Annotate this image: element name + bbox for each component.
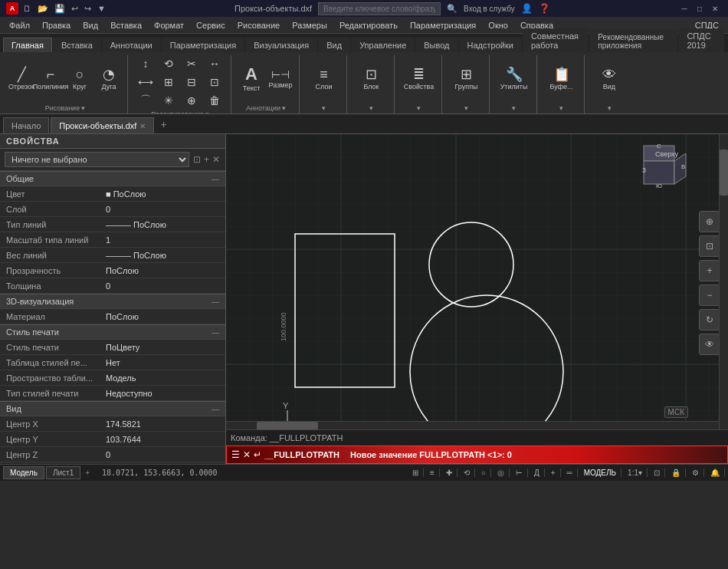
status-otrack[interactable]: ⊢ — [511, 469, 528, 477]
user-icon[interactable]: 👤 — [521, 3, 533, 14]
section-print[interactable]: Стиль печати — — [0, 324, 225, 340]
close-btn[interactable]: ✕ — [708, 2, 722, 15]
btn-line[interactable]: ╱ Отрезок — [8, 61, 35, 97]
tab-view[interactable]: Вид — [318, 38, 350, 52]
search-icon[interactable]: 🔍 — [447, 4, 457, 14]
vertical-scrollbar[interactable] — [719, 134, 728, 430]
status-polar[interactable]: ⟲ — [459, 469, 475, 477]
btn-utilities[interactable]: 🔧 Утилиты — [500, 61, 528, 97]
section-view[interactable]: Вид — — [0, 401, 225, 416]
tab-manage[interactable]: Управление — [351, 38, 415, 52]
btn-text[interactable]: A Текст — [238, 61, 265, 97]
btn-rotate[interactable]: ⟲ — [158, 55, 179, 72]
model-tab[interactable]: Модель — [3, 466, 44, 479]
btn-move[interactable]: ↕ — [135, 55, 156, 72]
btn-erase[interactable]: 🗑 — [204, 92, 225, 109]
user-login[interactable]: Вход в службу — [464, 5, 515, 13]
section-general[interactable]: Общие — — [0, 171, 225, 186]
status-notifications[interactable]: 🔔 — [706, 469, 725, 477]
menu-view[interactable]: Вид — [77, 19, 104, 31]
tab-home[interactable]: Главная — [3, 38, 52, 52]
status-annot-scale[interactable]: 1:1▾ — [623, 469, 648, 477]
select-toggle[interactable]: ✕ — [212, 153, 221, 166]
tab-close-icon[interactable]: ✕ — [139, 122, 146, 130]
menu-modify[interactable]: Редактировать — [333, 19, 404, 31]
nav-pan-up[interactable]: ⊕ — [699, 211, 720, 232]
viewport-cube[interactable]: Сверху С B 3 Ю — [628, 142, 690, 203]
menu-file[interactable]: Файл — [3, 19, 36, 31]
tab-parametrize[interactable]: Параметризация — [162, 38, 244, 52]
maximize-btn[interactable]: □ — [693, 2, 707, 15]
menu-format[interactable]: Формат — [148, 19, 190, 31]
menu-edit[interactable]: Правка — [36, 19, 77, 31]
section-3d[interactable]: 3D-визуализация — — [0, 294, 225, 309]
btn-mirror[interactable]: ↔ — [204, 55, 225, 72]
nav-zoom-extent[interactable]: ⊡ — [699, 235, 720, 257]
status-grid[interactable]: ⊞ — [408, 469, 424, 477]
status-lweight[interactable]: ═ — [562, 469, 578, 477]
btn-circle[interactable]: ○ Круг — [66, 61, 93, 97]
status-hardware[interactable]: ⚙ — [687, 469, 704, 477]
btn-arc[interactable]: ◔ Дуга — [95, 61, 123, 97]
sheet-tab[interactable]: Лист1 — [46, 466, 80, 479]
object-select[interactable]: Ничего не выбрано — [5, 152, 189, 167]
btn-offset[interactable]: ⊡ — [204, 74, 225, 90]
btn-polyline[interactable]: ⌐ Полилиния — [37, 61, 64, 97]
menu-insert[interactable]: Вставка — [104, 19, 148, 31]
btn-explode[interactable]: ✳ — [158, 92, 179, 109]
qa-undo[interactable]: ↩ — [70, 4, 80, 14]
menu-dimensions[interactable]: Размеры — [286, 19, 333, 31]
qa-new[interactable]: 🗋 — [21, 4, 33, 13]
status-lock[interactable]: 🔒 — [667, 469, 686, 477]
btn-array[interactable]: ⊟ — [181, 74, 202, 90]
tab-visualize[interactable]: Визуализация — [245, 38, 317, 52]
qa-more[interactable]: ▼ — [96, 4, 107, 13]
status-osnap[interactable]: ○ — [477, 469, 491, 477]
tab-collab[interactable]: Совместная работа — [523, 28, 589, 52]
btn-copy[interactable]: ⊕ — [181, 92, 202, 109]
qa-open[interactable]: 📂 — [36, 4, 50, 14]
nav-zoom-in[interactable]: + — [699, 260, 720, 281]
btn-trim[interactable]: ✂ — [181, 55, 202, 72]
btn-groups[interactable]: ⊞ Группы — [453, 61, 480, 97]
qa-save[interactable]: 💾 — [53, 4, 67, 14]
status-workspace[interactable]: ⊡ — [649, 469, 665, 477]
command-input-row[interactable]: ☰ ✕ ↵ __FULLPLOTPATH Новое значение FULL… — [226, 446, 728, 464]
nav-orbit[interactable]: ↻ — [699, 309, 720, 331]
tab-annotations[interactable]: Аннотации — [102, 38, 161, 52]
btn-layers[interactable]: ≡ Слои — [310, 61, 338, 97]
tab-current-file[interactable]: Прокси-объекты.dxf ✕ — [51, 117, 154, 133]
msk-label[interactable]: МСК — [664, 406, 688, 418]
btn-scale[interactable]: ⊞ — [158, 74, 179, 90]
tab-insert[interactable]: Вставка — [53, 38, 101, 52]
btn-properties[interactable]: ≣ Свойства — [405, 61, 433, 97]
tab-apps[interactable]: Рекомендованные приложения — [589, 30, 677, 52]
canvas-area[interactable]: X Y 100.0000 Сверху С B 3 — [226, 134, 728, 464]
help-icon[interactable]: ❓ — [539, 3, 550, 14]
menu-window[interactable]: Окно — [482, 19, 514, 31]
btn-view[interactable]: 👁 Вид — [595, 61, 623, 97]
add-layout-btn[interactable]: + — [82, 469, 93, 477]
status-snap[interactable]: ≡ — [425, 469, 440, 477]
nav-zoom-out[interactable]: − — [699, 284, 720, 306]
btn-fillet[interactable]: ⌒ — [135, 92, 156, 109]
search-input[interactable] — [318, 2, 441, 15]
minimize-btn[interactable]: ─ — [677, 2, 691, 15]
qa-redo[interactable]: ↪ — [83, 4, 93, 14]
status-3dosnap[interactable]: ◎ — [493, 469, 510, 477]
status-ducs[interactable]: Д — [530, 469, 545, 477]
nav-look[interactable]: 👁 — [699, 334, 720, 355]
vscroll-thumb[interactable] — [720, 150, 728, 196]
tab-addons[interactable]: Надстройки — [459, 38, 522, 52]
tab-output[interactable]: Вывод — [415, 38, 457, 52]
menu-draw[interactable]: Рисование — [231, 19, 286, 31]
menu-service[interactable]: Сервис — [190, 19, 231, 31]
btn-block[interactable]: ⊡ Блок — [358, 61, 385, 97]
add-tab-btn[interactable]: + — [156, 115, 171, 133]
status-ortho[interactable]: ✚ — [441, 469, 457, 477]
menu-param[interactable]: Параметризация — [404, 19, 482, 31]
status-model-mode[interactable]: МОДЕЛЬ — [579, 469, 621, 477]
select-add[interactable]: + — [203, 153, 210, 166]
status-dyn[interactable]: + — [546, 469, 561, 477]
btn-dim[interactable]: ⊢⊣ Размер — [267, 61, 294, 97]
